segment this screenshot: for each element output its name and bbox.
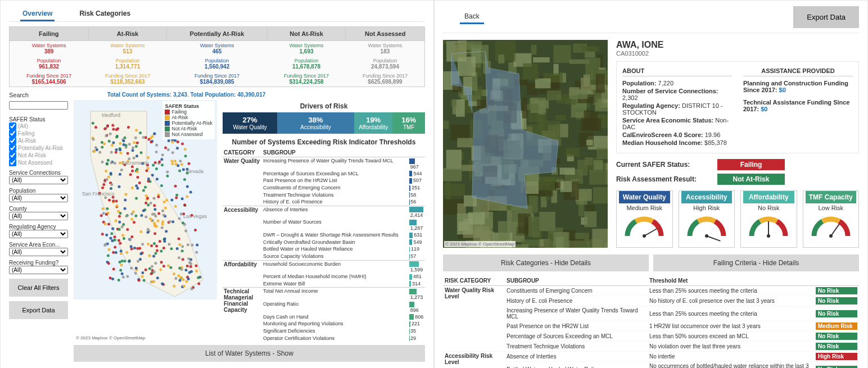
search-input[interactable] — [9, 101, 68, 110]
svg-rect-472 — [457, 138, 473, 147]
svg-point-662 — [767, 234, 770, 238]
map-legend: SAFER Status FailingAt-RiskPotentially A… — [162, 101, 215, 139]
tab-risk[interactable]: Risk Categories — [77, 6, 133, 21]
satellite-map[interactable]: © 2023 Mapbox © OpenStreetMap — [443, 40, 608, 248]
svg-rect-484 — [592, 229, 608, 248]
filter-population[interactable]: (All) — [9, 194, 68, 202]
svg-point-193 — [150, 272, 153, 275]
list-systems-button[interactable]: List of Water Systems - Show — [74, 345, 425, 362]
svg-point-306 — [157, 219, 160, 222]
svg-rect-607 — [498, 221, 510, 240]
svg-point-181 — [102, 183, 105, 186]
svg-point-125 — [111, 278, 114, 280]
svg-point-28 — [117, 279, 120, 281]
svg-point-43 — [179, 160, 182, 162]
svg-rect-600 — [589, 170, 608, 184]
svg-point-153 — [136, 142, 139, 144]
svg-point-16 — [102, 212, 105, 215]
bars-title: Number of Systems Exceeding Risk Indicat… — [223, 138, 425, 146]
svg-point-120 — [105, 134, 107, 137]
svg-point-321 — [182, 221, 184, 224]
svg-point-399 — [157, 212, 160, 215]
svg-point-341 — [156, 249, 159, 252]
svg-point-111 — [118, 228, 121, 231]
svg-point-384 — [161, 163, 164, 166]
svg-point-119 — [151, 219, 154, 222]
svg-point-13 — [114, 162, 116, 165]
filter-regagency[interactable]: (All) — [9, 230, 68, 238]
svg-point-382 — [196, 243, 198, 246]
svg-rect-422 — [533, 57, 549, 62]
svg-point-220 — [117, 210, 120, 213]
svg-point-66 — [150, 202, 152, 205]
svg-point-369 — [183, 285, 186, 288]
california-map[interactable]: MedfordNevadaLas VegasSan FranciscoSacra… — [74, 100, 217, 342]
svg-point-21 — [187, 243, 189, 246]
svg-point-136 — [135, 145, 138, 148]
svg-point-304 — [161, 153, 164, 156]
svg-rect-624 — [544, 240, 554, 248]
gauge-wq: Water QualityMedium Risk — [616, 190, 673, 248]
failing-details-toggle[interactable]: Failing Criteria - Hide Details — [653, 255, 859, 271]
svg-point-63 — [177, 274, 180, 277]
svg-rect-598 — [584, 75, 591, 87]
svg-point-228 — [184, 229, 187, 232]
svg-point-664 — [829, 234, 833, 238]
filter-county[interactable]: (All) — [9, 212, 68, 220]
filter-receiving[interactable]: (All) — [9, 266, 68, 274]
svg-point-233 — [93, 150, 96, 153]
svg-point-357 — [168, 243, 170, 246]
clear-filters-button[interactable]: Clear All Filters — [9, 279, 68, 297]
svg-point-317 — [155, 144, 158, 147]
svg-point-25 — [111, 124, 114, 127]
svg-point-234 — [183, 203, 186, 206]
svg-point-17 — [135, 155, 138, 157]
export-left-button[interactable]: Export Data — [9, 301, 68, 319]
export-right-button[interactable]: Export Data — [793, 6, 859, 28]
svg-rect-601 — [569, 89, 587, 99]
filter-servicearea[interactable]: (All) — [9, 248, 68, 256]
svg-point-42 — [197, 283, 200, 285]
svg-point-250 — [101, 161, 103, 163]
svg-point-397 — [185, 280, 188, 283]
svg-point-347 — [105, 243, 107, 246]
svg-text:Las Vegas: Las Vegas — [183, 213, 207, 219]
drivers-title: Drivers of Risk — [223, 102, 425, 110]
filter-serviceconn[interactable]: (All) — [9, 176, 68, 184]
svg-point-10 — [166, 171, 169, 174]
svg-rect-629 — [581, 46, 599, 52]
svg-point-299 — [170, 247, 173, 250]
svg-point-252 — [153, 197, 156, 199]
svg-point-100 — [163, 201, 166, 203]
svg-point-274 — [107, 222, 110, 225]
svg-point-156 — [174, 277, 177, 280]
svg-point-343 — [173, 272, 175, 275]
back-button[interactable]: Back — [460, 10, 484, 24]
svg-point-142 — [107, 159, 110, 162]
svg-point-315 — [179, 279, 182, 281]
svg-point-12 — [114, 246, 116, 249]
gauge-row: Water QualityMedium RiskAccessibilityHig… — [616, 190, 859, 248]
svg-point-29 — [177, 140, 179, 143]
svg-point-324 — [104, 222, 107, 225]
svg-point-94 — [174, 185, 177, 188]
svg-point-266 — [163, 240, 166, 243]
svg-point-34 — [182, 168, 185, 171]
svg-point-273 — [194, 229, 197, 231]
svg-point-335 — [161, 210, 164, 212]
tab-overview[interactable]: Overview — [20, 6, 55, 21]
svg-point-235 — [130, 218, 133, 221]
svg-point-215 — [154, 252, 157, 255]
svg-point-216 — [141, 275, 144, 278]
svg-point-50 — [133, 141, 135, 144]
risk-details-toggle[interactable]: Risk Categories - Hide Details — [443, 255, 649, 271]
svg-point-352 — [144, 186, 147, 189]
svg-point-326 — [139, 258, 142, 261]
svg-rect-642 — [596, 148, 608, 159]
svg-rect-596 — [458, 57, 476, 76]
svg-point-146 — [180, 163, 183, 166]
svg-point-54 — [109, 133, 112, 135]
svg-point-322 — [120, 252, 123, 255]
svg-point-95 — [140, 151, 143, 154]
svg-point-35 — [130, 267, 133, 270]
